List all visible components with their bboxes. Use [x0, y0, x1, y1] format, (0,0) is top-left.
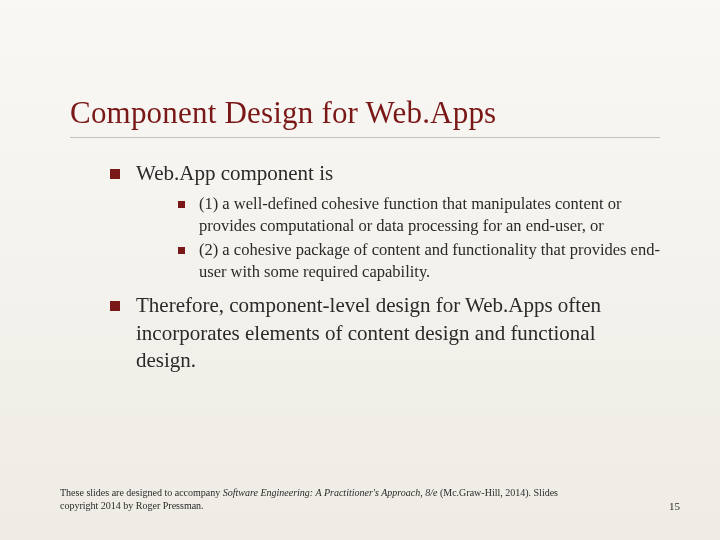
bullet-text: (2) a cohesive package of content and fu… [199, 239, 660, 283]
list-item: (1) a well-defined cohesive function tha… [178, 193, 660, 237]
list-item: Therefore, component-level design for We… [110, 292, 660, 374]
square-bullet-icon [178, 201, 185, 208]
slide-content: Web.App component is (1) a well-defined … [70, 160, 660, 374]
sub-list: (1) a well-defined cohesive function tha… [110, 193, 660, 282]
slide: Component Design for Web.Apps Web.App co… [0, 0, 720, 540]
footer-text: These slides are designed to accompany [60, 487, 223, 498]
bullet-text: Web.App component is [136, 160, 333, 187]
footer-book-title: Software Engineering: A Practitioner's A… [223, 487, 438, 498]
square-bullet-icon [110, 169, 120, 179]
footer-attribution: These slides are designed to accompany S… [60, 487, 560, 512]
slide-title: Component Design for Web.Apps [70, 95, 660, 138]
page-number: 15 [669, 500, 680, 512]
list-item: (2) a cohesive package of content and fu… [178, 239, 660, 283]
bullet-text: (1) a well-defined cohesive function tha… [199, 193, 660, 237]
square-bullet-icon [178, 247, 185, 254]
square-bullet-icon [110, 301, 120, 311]
bullet-text: Therefore, component-level design for We… [136, 292, 660, 374]
list-item: Web.App component is [110, 160, 660, 187]
